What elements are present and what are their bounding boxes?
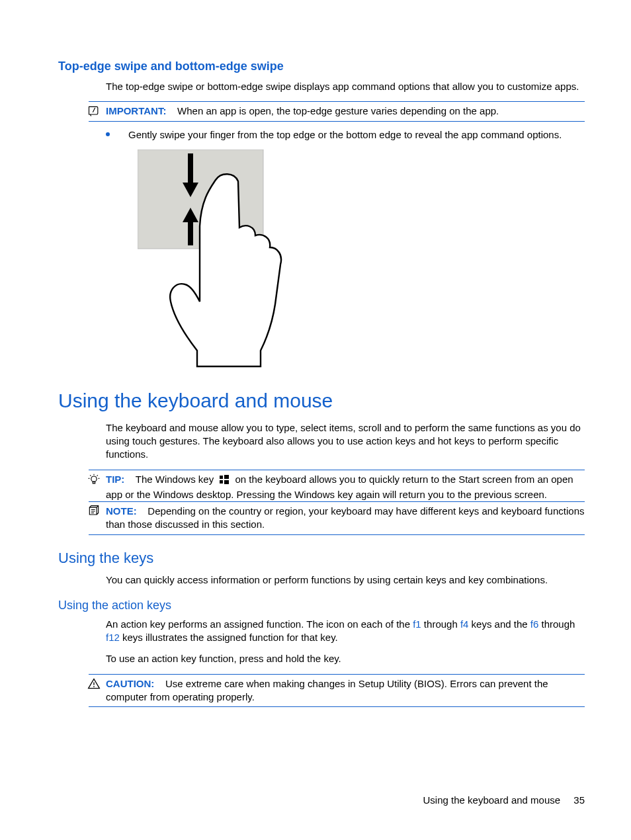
svg-point-11 [93,686,95,687]
note-text: Depending on the country or region, your… [106,505,584,530]
heading-using-keyboard-mouse: Using the keyboard and mouse [58,390,585,412]
important-text: When an app is open, the top-edge gestur… [177,105,499,116]
windows-key-icon [219,474,230,488]
paragraph: You can quickly access information or pe… [106,573,585,587]
document-page: Top-edge swipe and bottom-edge swipe The… [0,0,631,840]
key-f1: f1 [413,618,421,630]
svg-rect-8 [220,480,223,483]
key-f12: f12 [106,632,120,643]
heading-using-keys: Using the keys [58,550,585,567]
note-callout: NOTE: Depending on the country or region… [89,501,585,535]
bullet-item: Gently swipe your finger from the top ed… [106,128,585,142]
important-icon [87,105,102,119]
gesture-figure [138,149,585,370]
caution-callout: CAUTION: Use extreme care when making ch… [89,674,585,708]
key-f6: f6 [530,618,539,630]
caution-text: Use extreme care when making changes in … [106,678,548,702]
heading-using-action-keys: Using the action keys [58,599,585,612]
svg-rect-7 [224,475,229,479]
note-label: NOTE: [106,505,137,517]
important-callout: IMPORTANT: When an app is open, the top-… [89,101,585,121]
tip-icon [87,473,102,487]
paragraph: The keyboard and mouse allow you to type… [106,421,585,462]
bullet-dot-icon [106,132,110,136]
svg-point-5 [91,476,97,482]
bullet-text: Gently swipe your finger from the top ed… [128,128,562,142]
footer-section-title: Using the keyboard and mouse [423,794,561,806]
svg-rect-9 [224,480,229,484]
paragraph: An action key performs an assigned funct… [106,618,585,645]
heading-top-edge-swipe: Top-edge swipe and bottom-edge swipe [58,60,585,73]
note-icon [87,505,102,519]
tip-label: TIP: [106,474,124,485]
caution-icon [87,677,102,692]
important-label: IMPORTANT: [106,105,166,116]
paragraph: The top-edge swipe or bottom-edge swipe … [106,80,585,93]
key-f4: f4 [460,618,469,630]
paragraph: To use an action key function, press and… [106,652,585,665]
caution-label: CAUTION: [106,678,154,689]
page-number: 35 [573,794,585,806]
svg-rect-6 [220,476,223,479]
tip-text-a: The Windows key [136,474,214,485]
page-footer: Using the keyboard and mouse 35 [423,794,585,806]
tip-callout: TIP: The Windows key on the keyboard all… [89,470,585,502]
